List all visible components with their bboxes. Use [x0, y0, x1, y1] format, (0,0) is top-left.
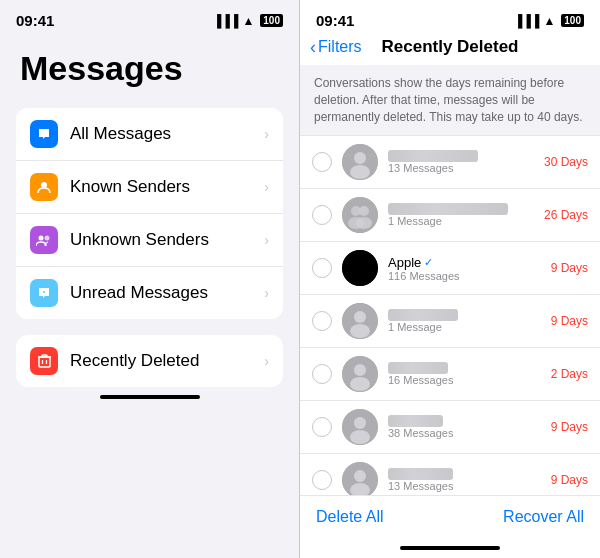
- page-title: Messages: [16, 49, 283, 88]
- left-panel: 09:41 ▐▐▐ ▲ 100 Messages All Messages ›: [0, 0, 300, 558]
- msg-name: [388, 362, 541, 374]
- select-radio[interactable]: [312, 364, 332, 384]
- svg-point-1: [39, 236, 44, 241]
- right-wifi-icon: ▲: [543, 14, 555, 28]
- known-senders-label: Known Senders: [70, 177, 264, 197]
- recently-deleted-chevron: ›: [264, 353, 269, 369]
- svg-point-9: [354, 152, 366, 164]
- recently-deleted-section: Recently Deleted ›: [16, 335, 283, 387]
- left-home-bar: [100, 395, 200, 399]
- svg-point-0: [41, 182, 47, 188]
- avatar: [342, 250, 378, 286]
- msg-count: 1 Message: [388, 215, 534, 227]
- left-time: 09:41: [16, 12, 54, 29]
- msg-name: Apple ✓: [388, 255, 541, 270]
- right-time: 09:41: [316, 12, 354, 29]
- known-senders-chevron: ›: [264, 179, 269, 195]
- select-radio[interactable]: [312, 152, 332, 172]
- msg-name: [388, 468, 541, 480]
- avatar: [342, 409, 378, 445]
- back-button[interactable]: ‹ Filters: [310, 37, 362, 58]
- filter-item-all[interactable]: All Messages ›: [16, 108, 283, 161]
- msg-count: 116 Messages: [388, 270, 541, 282]
- msg-days: 26 Days: [544, 208, 588, 222]
- avatar: [342, 303, 378, 339]
- left-home-indicator: [0, 387, 299, 407]
- message-row[interactable]: 13 Messages 9 Days: [300, 454, 600, 495]
- unread-messages-label: Unread Messages: [70, 283, 264, 303]
- msg-days: 9 Days: [551, 420, 588, 434]
- message-row[interactable]: 38 Messages 9 Days: [300, 401, 600, 454]
- filter-item-known[interactable]: Known Senders ›: [16, 161, 283, 214]
- svg-point-2: [45, 236, 50, 241]
- svg-point-21: [354, 364, 366, 376]
- msg-name: [388, 150, 534, 162]
- redacted-name: [388, 362, 448, 374]
- filter-item-unread[interactable]: Unread Messages ›: [16, 267, 283, 319]
- delete-all-button[interactable]: Delete All: [316, 508, 384, 526]
- unread-messages-chevron: ›: [264, 285, 269, 301]
- back-chevron-icon: ‹: [310, 37, 316, 58]
- msg-info: 1 Message: [388, 309, 541, 333]
- redacted-name: [388, 309, 458, 321]
- all-messages-chevron: ›: [264, 126, 269, 142]
- back-label: Filters: [318, 38, 362, 56]
- bottom-actions: Delete All Recover All: [300, 495, 600, 538]
- signal-icon: ▐▐▐: [213, 14, 239, 28]
- right-panel: 09:41 ▐▐▐ ▲ 100 ‹ Filters Recently Delet…: [300, 0, 600, 558]
- select-radio[interactable]: [312, 417, 332, 437]
- left-content: Messages All Messages › Known Senders ›: [0, 33, 299, 387]
- svg-point-10: [350, 165, 370, 179]
- msg-days: 9 Days: [551, 473, 588, 487]
- select-radio[interactable]: [312, 470, 332, 490]
- unknown-senders-label: Unknown Senders: [70, 230, 264, 250]
- msg-info: 16 Messages: [388, 362, 541, 386]
- left-status-icons: ▐▐▐ ▲ 100: [213, 14, 283, 28]
- avatar: [342, 144, 378, 180]
- msg-count: 1 Message: [388, 321, 541, 333]
- msg-name: [388, 203, 534, 215]
- avatar: [342, 462, 378, 495]
- wifi-icon: ▲: [242, 14, 254, 28]
- select-radio[interactable]: [312, 311, 332, 331]
- recover-all-button[interactable]: Recover All: [503, 508, 584, 526]
- message-row[interactable]: 13 Messages 30 Days: [300, 136, 600, 189]
- svg-point-27: [354, 470, 366, 482]
- msg-count: 13 Messages: [388, 480, 541, 492]
- unknown-senders-icon: [30, 226, 58, 254]
- unread-messages-icon: [30, 279, 58, 307]
- nav-title: Recently Deleted: [382, 37, 519, 57]
- svg-rect-4: [39, 357, 50, 367]
- message-row[interactable]: 1 Message 26 Days: [300, 189, 600, 242]
- svg-point-13: [359, 206, 369, 216]
- filter-item-unknown[interactable]: Unknown Senders ›: [16, 214, 283, 267]
- redacted-name: [388, 203, 508, 215]
- message-row[interactable]: Apple ✓ 116 Messages 9 Days: [300, 242, 600, 295]
- svg-point-25: [350, 430, 370, 444]
- msg-info: 13 Messages: [388, 468, 541, 492]
- select-radio[interactable]: [312, 258, 332, 278]
- avatar: [342, 356, 378, 392]
- battery-icon: 100: [260, 14, 283, 27]
- msg-info: 38 Messages: [388, 415, 541, 439]
- right-battery-icon: 100: [561, 14, 584, 27]
- redacted-name: [388, 468, 453, 480]
- select-radio[interactable]: [312, 205, 332, 225]
- recently-deleted-icon: [30, 347, 58, 375]
- known-senders-icon: [30, 173, 58, 201]
- message-row[interactable]: 16 Messages 2 Days: [300, 348, 600, 401]
- right-status-bar: 09:41 ▐▐▐ ▲ 100: [300, 0, 600, 33]
- verified-icon: ✓: [424, 256, 433, 269]
- right-home-indicator: [300, 538, 600, 558]
- msg-days: 9 Days: [551, 261, 588, 275]
- all-messages-icon: [30, 120, 58, 148]
- msg-count: 38 Messages: [388, 427, 541, 439]
- info-banner: Conversations show the days remaining be…: [300, 65, 600, 136]
- svg-point-18: [354, 311, 366, 323]
- recently-deleted-label: Recently Deleted: [70, 351, 264, 371]
- message-row[interactable]: 1 Message 9 Days: [300, 295, 600, 348]
- redacted-name: [388, 150, 478, 162]
- filter-item-recently-deleted[interactable]: Recently Deleted ›: [16, 335, 283, 387]
- svg-point-19: [350, 324, 370, 338]
- redacted-name: [388, 415, 443, 427]
